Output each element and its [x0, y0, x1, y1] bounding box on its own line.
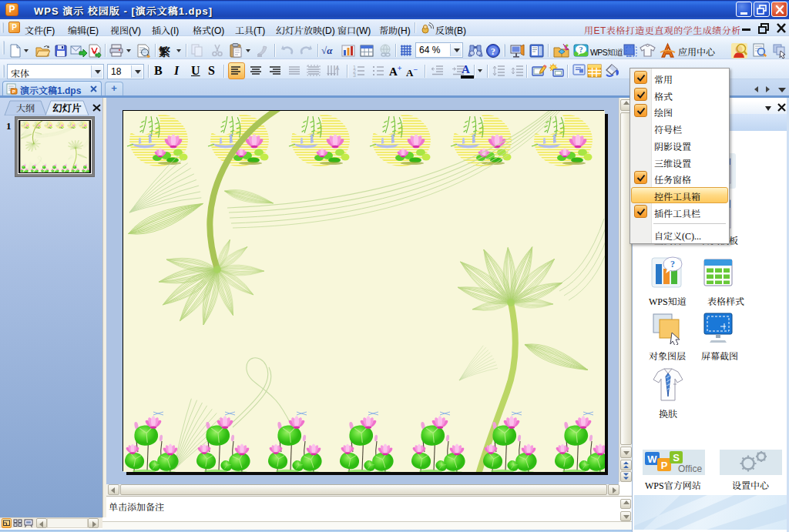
- svg-text:S: S: [673, 452, 680, 463]
- svg-text:A: A: [335, 65, 340, 72]
- svg-text:?: ?: [579, 45, 583, 54]
- svg-text:大纲: 大纲: [16, 101, 35, 114]
- svg-text:?: ?: [491, 46, 495, 57]
- svg-text:P: P: [661, 460, 668, 471]
- svg-text:3: 3: [353, 72, 356, 78]
- svg-text:W: W: [647, 453, 657, 465]
- svg-text:?: ?: [670, 259, 675, 269]
- svg-text:幻灯片: 幻灯片: [52, 101, 82, 115]
- svg-text:Office: Office: [678, 463, 702, 474]
- svg-text:P: P: [12, 89, 15, 94]
